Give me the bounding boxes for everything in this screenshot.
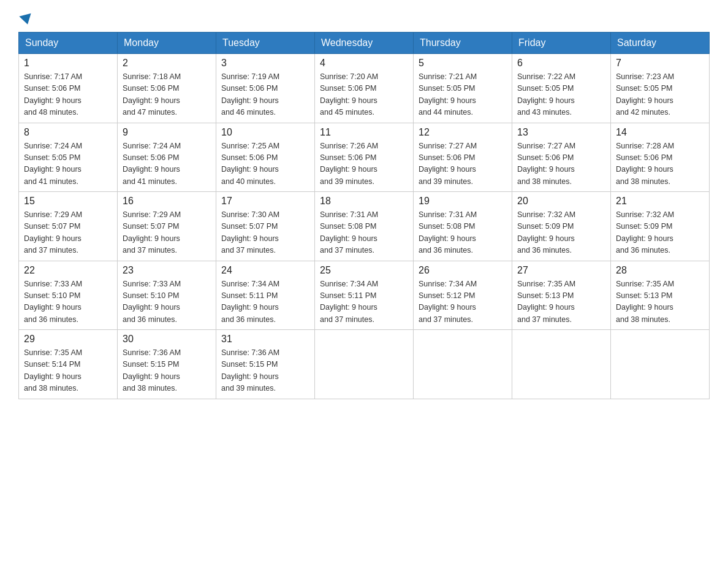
day-info: Sunrise: 7:22 AMSunset: 5:05 PMDaylight:…	[517, 71, 605, 119]
day-info: Sunrise: 7:24 AMSunset: 5:05 PMDaylight:…	[24, 140, 112, 188]
calendar-cell: 20Sunrise: 7:32 AMSunset: 5:09 PMDayligh…	[512, 192, 611, 261]
calendar-cell: 19Sunrise: 7:31 AMSunset: 5:08 PMDayligh…	[414, 192, 512, 261]
calendar-cell: 25Sunrise: 7:34 AMSunset: 5:11 PMDayligh…	[315, 261, 414, 330]
weekday-header-tuesday: Tuesday	[216, 33, 315, 54]
day-info: Sunrise: 7:33 AMSunset: 5:10 PMDaylight:…	[123, 278, 211, 326]
day-info: Sunrise: 7:34 AMSunset: 5:12 PMDaylight:…	[419, 278, 507, 326]
calendar-cell: 24Sunrise: 7:34 AMSunset: 5:11 PMDayligh…	[216, 261, 315, 330]
day-number: 26	[419, 265, 507, 276]
calendar-cell: 12Sunrise: 7:27 AMSunset: 5:06 PMDayligh…	[414, 123, 512, 192]
day-number: 28	[616, 265, 704, 276]
calendar-cell: 22Sunrise: 7:33 AMSunset: 5:10 PMDayligh…	[19, 261, 118, 330]
day-info: Sunrise: 7:34 AMSunset: 5:11 PMDaylight:…	[320, 278, 408, 326]
day-info: Sunrise: 7:34 AMSunset: 5:11 PMDaylight:…	[221, 278, 309, 326]
day-number: 20	[517, 196, 605, 207]
calendar-cell: 11Sunrise: 7:26 AMSunset: 5:06 PMDayligh…	[315, 123, 414, 192]
day-info: Sunrise: 7:18 AMSunset: 5:06 PMDaylight:…	[123, 71, 211, 119]
day-number: 6	[517, 58, 605, 69]
weekday-header-row: SundayMondayTuesdayWednesdayThursdayFrid…	[19, 33, 710, 54]
day-info: Sunrise: 7:36 AMSunset: 5:15 PMDaylight:…	[221, 347, 309, 395]
calendar-cell	[512, 330, 611, 399]
calendar-cell: 23Sunrise: 7:33 AMSunset: 5:10 PMDayligh…	[118, 261, 216, 330]
day-info: Sunrise: 7:28 AMSunset: 5:06 PMDaylight:…	[616, 140, 704, 188]
logo-triangle-icon	[19, 13, 33, 26]
day-number: 30	[123, 334, 211, 345]
week-row-3: 15Sunrise: 7:29 AMSunset: 5:07 PMDayligh…	[19, 192, 710, 261]
week-row-5: 29Sunrise: 7:35 AMSunset: 5:14 PMDayligh…	[19, 330, 710, 399]
day-info: Sunrise: 7:27 AMSunset: 5:06 PMDaylight:…	[419, 140, 507, 188]
day-info: Sunrise: 7:27 AMSunset: 5:06 PMDaylight:…	[517, 140, 605, 188]
calendar-cell: 10Sunrise: 7:25 AMSunset: 5:06 PMDayligh…	[216, 123, 315, 192]
calendar-cell: 31Sunrise: 7:36 AMSunset: 5:15 PMDayligh…	[216, 330, 315, 399]
calendar-cell: 5Sunrise: 7:21 AMSunset: 5:05 PMDaylight…	[414, 54, 512, 123]
day-number: 7	[616, 58, 704, 69]
week-row-2: 8Sunrise: 7:24 AMSunset: 5:05 PMDaylight…	[19, 123, 710, 192]
weekday-header-wednesday: Wednesday	[315, 33, 414, 54]
week-row-1: 1Sunrise: 7:17 AMSunset: 5:06 PMDaylight…	[19, 54, 710, 123]
calendar-cell: 9Sunrise: 7:24 AMSunset: 5:06 PMDaylight…	[118, 123, 216, 192]
calendar-cell: 1Sunrise: 7:17 AMSunset: 5:06 PMDaylight…	[19, 54, 118, 123]
day-info: Sunrise: 7:36 AMSunset: 5:15 PMDaylight:…	[123, 347, 211, 395]
calendar-cell: 3Sunrise: 7:19 AMSunset: 5:06 PMDaylight…	[216, 54, 315, 123]
calendar-cell: 16Sunrise: 7:29 AMSunset: 5:07 PMDayligh…	[118, 192, 216, 261]
calendar-cell: 30Sunrise: 7:36 AMSunset: 5:15 PMDayligh…	[118, 330, 216, 399]
logo	[18, 12, 32, 22]
calendar-cell: 28Sunrise: 7:35 AMSunset: 5:13 PMDayligh…	[611, 261, 710, 330]
day-number: 2	[123, 58, 211, 69]
calendar-cell: 4Sunrise: 7:20 AMSunset: 5:06 PMDaylight…	[315, 54, 414, 123]
day-number: 4	[320, 58, 408, 69]
day-info: Sunrise: 7:26 AMSunset: 5:06 PMDaylight:…	[320, 140, 408, 188]
day-info: Sunrise: 7:30 AMSunset: 5:07 PMDaylight:…	[221, 209, 309, 257]
day-number: 27	[517, 265, 605, 276]
day-number: 31	[221, 334, 309, 345]
calendar-cell: 14Sunrise: 7:28 AMSunset: 5:06 PMDayligh…	[611, 123, 710, 192]
day-number: 14	[616, 127, 704, 138]
calendar-cell: 7Sunrise: 7:23 AMSunset: 5:05 PMDaylight…	[611, 54, 710, 123]
day-info: Sunrise: 7:35 AMSunset: 5:14 PMDaylight:…	[24, 347, 112, 395]
weekday-header-friday: Friday	[512, 33, 611, 54]
weekday-header-thursday: Thursday	[414, 33, 512, 54]
week-row-4: 22Sunrise: 7:33 AMSunset: 5:10 PMDayligh…	[19, 261, 710, 330]
day-info: Sunrise: 7:31 AMSunset: 5:08 PMDaylight:…	[419, 209, 507, 257]
day-number: 23	[123, 265, 211, 276]
day-info: Sunrise: 7:20 AMSunset: 5:06 PMDaylight:…	[320, 71, 408, 119]
weekday-header-saturday: Saturday	[611, 33, 710, 54]
day-number: 1	[24, 58, 112, 69]
day-number: 24	[221, 265, 309, 276]
day-number: 17	[221, 196, 309, 207]
day-info: Sunrise: 7:29 AMSunset: 5:07 PMDaylight:…	[123, 209, 211, 257]
day-number: 13	[517, 127, 605, 138]
calendar-cell: 18Sunrise: 7:31 AMSunset: 5:08 PMDayligh…	[315, 192, 414, 261]
calendar-cell: 27Sunrise: 7:35 AMSunset: 5:13 PMDayligh…	[512, 261, 611, 330]
weekday-header-monday: Monday	[118, 33, 216, 54]
day-number: 3	[221, 58, 309, 69]
calendar-cell: 6Sunrise: 7:22 AMSunset: 5:05 PMDaylight…	[512, 54, 611, 123]
page-header	[18, 12, 710, 22]
day-info: Sunrise: 7:29 AMSunset: 5:07 PMDaylight:…	[24, 209, 112, 257]
day-info: Sunrise: 7:24 AMSunset: 5:06 PMDaylight:…	[123, 140, 211, 188]
day-number: 12	[419, 127, 507, 138]
day-number: 19	[419, 196, 507, 207]
calendar-cell: 2Sunrise: 7:18 AMSunset: 5:06 PMDaylight…	[118, 54, 216, 123]
day-info: Sunrise: 7:19 AMSunset: 5:06 PMDaylight:…	[221, 71, 309, 119]
calendar-cell	[414, 330, 512, 399]
calendar-cell: 15Sunrise: 7:29 AMSunset: 5:07 PMDayligh…	[19, 192, 118, 261]
day-number: 21	[616, 196, 704, 207]
calendar-table: SundayMondayTuesdayWednesdayThursdayFrid…	[18, 32, 710, 399]
day-number: 8	[24, 127, 112, 138]
day-info: Sunrise: 7:35 AMSunset: 5:13 PMDaylight:…	[517, 278, 605, 326]
day-info: Sunrise: 7:31 AMSunset: 5:08 PMDaylight:…	[320, 209, 408, 257]
day-info: Sunrise: 7:23 AMSunset: 5:05 PMDaylight:…	[616, 71, 704, 119]
day-number: 29	[24, 334, 112, 345]
calendar-cell: 13Sunrise: 7:27 AMSunset: 5:06 PMDayligh…	[512, 123, 611, 192]
day-info: Sunrise: 7:21 AMSunset: 5:05 PMDaylight:…	[419, 71, 507, 119]
day-number: 10	[221, 127, 309, 138]
calendar-cell	[611, 330, 710, 399]
day-number: 25	[320, 265, 408, 276]
calendar-cell: 26Sunrise: 7:34 AMSunset: 5:12 PMDayligh…	[414, 261, 512, 330]
day-info: Sunrise: 7:25 AMSunset: 5:06 PMDaylight:…	[221, 140, 309, 188]
day-number: 18	[320, 196, 408, 207]
day-info: Sunrise: 7:35 AMSunset: 5:13 PMDaylight:…	[616, 278, 704, 326]
day-number: 15	[24, 196, 112, 207]
calendar-cell	[315, 330, 414, 399]
